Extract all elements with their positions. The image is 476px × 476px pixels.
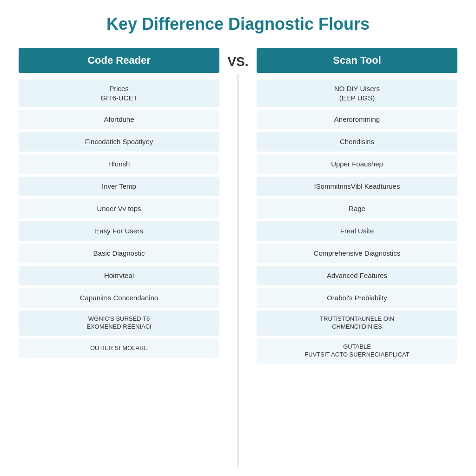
- left-cell-4: Inver Temp: [19, 177, 219, 196]
- right-cell-3: Upper Foaushep: [257, 154, 457, 174]
- right-cell-2: Chendisins: [257, 132, 457, 152]
- vertical-divider: [238, 74, 238, 467]
- right-cell-5: Rage: [257, 199, 457, 218]
- left-cell-9: Capunims Concendanino: [19, 288, 219, 308]
- left-cell-6: Easy For Users: [19, 221, 219, 241]
- right-cell-11: GUTABLE FUVTSIT ACTO SUERNECIABPLICAT: [257, 338, 457, 364]
- page-title: Key Difference Diagnostic Flours: [106, 14, 370, 34]
- right-cell-0: NO DIY Uisers (EEP UGS): [257, 79, 457, 107]
- left-cell-3: Hlonsh: [19, 154, 219, 174]
- left-cell-2: Fincodatich Spoatiyey: [19, 132, 219, 152]
- left-cell-11: OUTIER SFMOLARE: [19, 338, 219, 358]
- left-cell-0: Prices GIT6-UCET: [19, 79, 219, 107]
- left-column: Code Reader Prices GIT6-UCET Afortduhe F…: [19, 48, 219, 467]
- right-cell-1: Aneroromming: [257, 110, 457, 129]
- right-cell-6: Freal Usite: [257, 221, 457, 241]
- right-cell-7: Comprehensive Diagnostics: [257, 244, 457, 263]
- vs-divider-area: VS.: [219, 48, 257, 467]
- left-cell-10: WGNIC'S SURSED T6 EXOMENED REENIACI: [19, 311, 219, 336]
- vs-label: VS.: [227, 54, 248, 69]
- right-cell-10: TRUTISTONTAUNELE OIN CHMENCIIDINIES: [257, 311, 457, 336]
- left-cell-8: Hoirrvteal: [19, 266, 219, 285]
- left-cell-1: Afortduhe: [19, 110, 219, 129]
- right-cell-9: Orabol's Prebiabilty: [257, 288, 457, 308]
- left-cell-5: Under Vv tops: [19, 199, 219, 218]
- right-cell-8: Advanced Features: [257, 266, 457, 285]
- right-cell-4: ISommitnnsVibl Keadturues: [257, 177, 457, 196]
- left-cell-7: Basic Diagnostic: [19, 244, 219, 263]
- right-column-header: Scan Tool: [257, 48, 457, 73]
- right-column: Scan Tool NO DIY Uisers (EEP UGS) Aneror…: [257, 48, 457, 467]
- left-column-header: Code Reader: [19, 48, 219, 73]
